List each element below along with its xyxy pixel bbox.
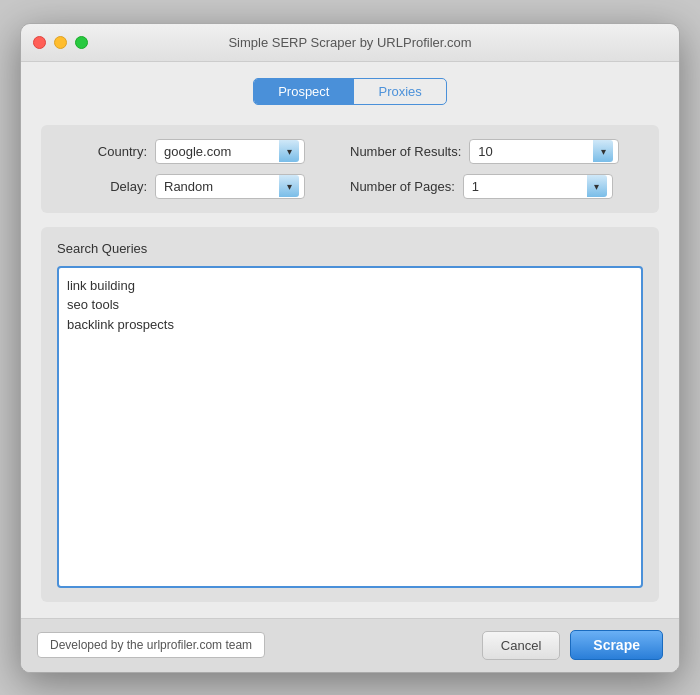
minimize-button[interactable] [54, 36, 67, 49]
search-queries-textarea[interactable]: link building seo tools backlink prospec… [57, 266, 643, 588]
country-label: Country: [57, 144, 147, 159]
maximize-button[interactable] [75, 36, 88, 49]
tab-proxies[interactable]: Proxies [354, 79, 445, 104]
scrape-button[interactable]: Scrape [570, 630, 663, 660]
credit-text: Developed by the urlprofiler.com team [37, 632, 265, 658]
form-section: Country: google.com google.co.uk google.… [41, 125, 659, 213]
form-group-results: Number of Results: 10 20 50 100 ▾ [350, 139, 643, 164]
results-select[interactable]: 10 20 50 100 [469, 139, 619, 164]
delay-select-wrapper: Random None Short Long ▾ [155, 174, 305, 199]
main-content: Prospect Proxies Country: google.com goo… [21, 62, 679, 618]
search-queries-section: Search Queries link building seo tools b… [41, 227, 659, 602]
results-label: Number of Results: [350, 144, 461, 159]
delay-select[interactable]: Random None Short Long [155, 174, 305, 199]
main-window: Simple SERP Scraper by URLProfiler.com P… [20, 23, 680, 673]
form-group-delay: Delay: Random None Short Long ▾ [57, 174, 350, 199]
form-group-pages: Number of Pages: 1 2 5 10 ▾ [350, 174, 643, 199]
cancel-button[interactable]: Cancel [482, 631, 560, 660]
titlebar: Simple SERP Scraper by URLProfiler.com [21, 24, 679, 62]
pages-label: Number of Pages: [350, 179, 455, 194]
results-select-wrapper: 10 20 50 100 ▾ [469, 139, 619, 164]
pages-select-wrapper: 1 2 5 10 ▾ [463, 174, 613, 199]
tab-bar: Prospect Proxies [41, 78, 659, 105]
form-row-delay-pages: Delay: Random None Short Long ▾ Number o… [57, 174, 643, 199]
search-queries-label: Search Queries [57, 241, 643, 256]
footer: Developed by the urlprofiler.com team Ca… [21, 618, 679, 672]
window-title: Simple SERP Scraper by URLProfiler.com [228, 35, 471, 50]
country-select-wrapper: google.com google.co.uk google.com.au ▾ [155, 139, 305, 164]
form-group-country: Country: google.com google.co.uk google.… [57, 139, 350, 164]
country-select[interactable]: google.com google.co.uk google.com.au [155, 139, 305, 164]
delay-label: Delay: [57, 179, 147, 194]
form-row-country-results: Country: google.com google.co.uk google.… [57, 139, 643, 164]
traffic-lights [33, 36, 88, 49]
close-button[interactable] [33, 36, 46, 49]
footer-buttons: Cancel Scrape [482, 630, 663, 660]
tab-prospect[interactable]: Prospect [254, 79, 354, 104]
pages-select[interactable]: 1 2 5 10 [463, 174, 613, 199]
tab-group: Prospect Proxies [253, 78, 447, 105]
